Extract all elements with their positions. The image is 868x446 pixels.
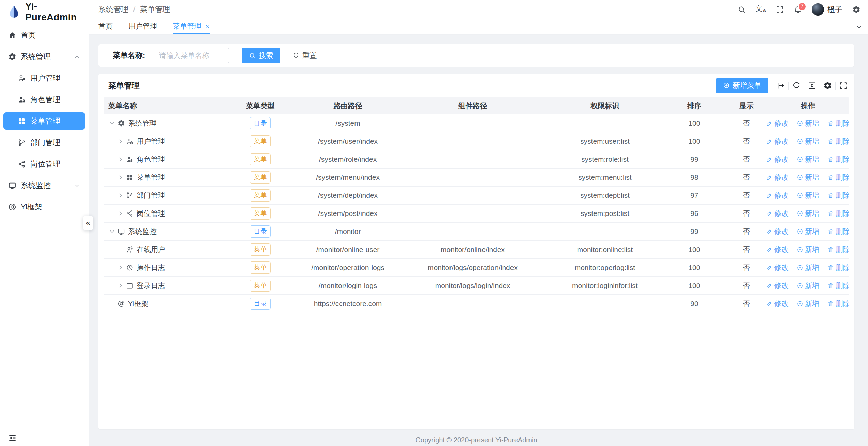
add-link[interactable]: 新增 (796, 209, 819, 218)
row-expand-icon[interactable] (117, 138, 124, 145)
add-link[interactable]: 新增 (796, 191, 819, 200)
delete-link[interactable]: 删除 (827, 263, 849, 272)
delete-link[interactable]: 删除 (827, 245, 849, 254)
toolbar-divider (804, 82, 804, 90)
delete-link[interactable]: 删除 (827, 281, 849, 290)
delete-link[interactable]: 删除 (827, 209, 849, 218)
edit-link[interactable]: 修改 (767, 227, 789, 236)
edit-link[interactable]: 修改 (767, 263, 789, 272)
row-expand-icon[interactable] (117, 156, 124, 163)
sidebar-item-home[interactable]: 首页 (3, 27, 85, 44)
add-label: 新增 (805, 137, 819, 146)
tabs-dropdown-button[interactable] (850, 19, 868, 34)
reset-button[interactable]: 重置 (286, 48, 323, 63)
notification-bell-icon[interactable]: 7 (794, 5, 802, 14)
sidebar-item-system-management[interactable]: 系统管理 (3, 48, 85, 65)
sidebar-item-dept-management[interactable]: 部门管理 (3, 134, 85, 151)
add-link[interactable]: 新增 (796, 281, 819, 290)
sidebar-item-yi-framework[interactable]: Yi框架 (3, 198, 85, 216)
trash-icon (827, 192, 834, 199)
toolbar-divider (835, 82, 836, 90)
collapse-sidebar-icon[interactable] (8, 434, 17, 442)
delete-link[interactable]: 删除 (827, 155, 849, 164)
delete-link[interactable]: 删除 (827, 173, 849, 182)
user-menu[interactable]: 橙子 (812, 3, 842, 16)
breadcrumb-separator: / (133, 5, 135, 14)
export-icon[interactable] (776, 81, 785, 90)
delete-link[interactable]: 删除 (827, 118, 849, 128)
add-link[interactable]: 新增 (796, 137, 819, 146)
permission-cell: system:menu:list (547, 173, 663, 181)
row-expand-icon[interactable] (117, 192, 124, 199)
at-icon (117, 300, 125, 307)
row-expand-icon[interactable] (108, 120, 116, 127)
add-label: 新增 (805, 245, 819, 254)
breadcrumb-item[interactable]: 菜单管理 (140, 4, 170, 15)
menu-name-input[interactable] (154, 48, 229, 63)
edit-link[interactable]: 修改 (767, 209, 789, 218)
table-row-online-user: 在线用户 菜单 /monitor/online-user monitor/onl… (104, 241, 849, 259)
trash-icon (827, 138, 834, 145)
logo[interactable]: Yi-PureAdmin (0, 0, 89, 22)
row-density-icon[interactable] (808, 81, 816, 90)
add-link[interactable]: 新增 (796, 173, 819, 182)
menu-type-cell: 目录 (223, 225, 298, 238)
translate-icon[interactable]: 文A (756, 5, 766, 14)
edit-link[interactable]: 修改 (767, 299, 789, 308)
edit-link[interactable]: 修改 (767, 281, 789, 290)
edit-link[interactable]: 修改 (767, 155, 789, 164)
tab-home[interactable]: 首页 (98, 19, 113, 34)
sidebar-item-user-management[interactable]: 用户管理 (3, 69, 85, 87)
close-icon[interactable] (204, 23, 210, 29)
breadcrumb-item[interactable]: 系统管理 (98, 4, 128, 15)
edit-link[interactable]: 修改 (767, 118, 789, 128)
add-link[interactable]: 新增 (796, 155, 819, 164)
row-expand-icon[interactable] (117, 210, 124, 217)
refresh-icon[interactable] (792, 81, 801, 90)
sidebar-item-menu-management[interactable]: 菜单管理 (3, 112, 85, 130)
delete-link[interactable]: 删除 (827, 227, 849, 236)
table-fullscreen-icon[interactable] (839, 81, 848, 90)
sort-cell: 100 (663, 282, 726, 290)
delete-link[interactable]: 删除 (827, 191, 849, 200)
chevron-down-icon (74, 182, 80, 189)
edit-label: 修改 (774, 227, 789, 236)
fullscreen-icon[interactable] (776, 5, 784, 14)
add-menu-button[interactable]: 新增菜单 (716, 78, 768, 93)
row-expand-icon[interactable] (117, 264, 124, 271)
actions-cell: 修改 新增 删除 (767, 281, 849, 290)
grid-icon (126, 174, 133, 181)
menu-name-cell: Yi框架 (104, 299, 223, 308)
tab-menu[interactable]: 菜单管理 (173, 19, 210, 34)
add-link[interactable]: 新增 (796, 263, 819, 272)
sidebar-item-system-monitor[interactable]: 系统监控 (3, 177, 85, 194)
delete-link[interactable]: 删除 (827, 137, 849, 146)
panel-collapse-button[interactable]: « (83, 216, 93, 230)
edit-link[interactable]: 修改 (767, 191, 789, 200)
row-expand-icon[interactable] (108, 228, 116, 235)
route-path-cell: /monitor/login-logs (298, 282, 398, 290)
column-settings-gear-icon[interactable] (823, 81, 832, 90)
search-button[interactable]: 搜索 (242, 48, 280, 63)
search-icon[interactable] (738, 5, 746, 14)
edit-link[interactable]: 修改 (767, 245, 789, 254)
add-link[interactable]: 新增 (796, 227, 819, 236)
row-expand-icon[interactable] (117, 282, 124, 289)
tab-user[interactable]: 用户管理 (128, 19, 157, 34)
settings-gear-icon[interactable] (852, 5, 861, 14)
sidebar-item-post-management[interactable]: 岗位管理 (3, 155, 85, 173)
add-link[interactable]: 新增 (796, 118, 819, 128)
edit-pencil-icon (767, 174, 773, 181)
row-expand-icon[interactable] (117, 174, 124, 181)
sidebar-item-role-management[interactable]: 角色管理 (3, 91, 85, 108)
add-link[interactable]: 新增 (796, 299, 819, 308)
edit-link[interactable]: 修改 (767, 173, 789, 182)
delete-link[interactable]: 删除 (827, 299, 849, 308)
table-row-user: 用户管理 菜单 /system/user/index system:user:l… (104, 132, 849, 150)
actions-cell: 修改 新增 删除 (767, 173, 849, 182)
permission-cell: monitor:operlog:list (547, 264, 663, 272)
add-link[interactable]: 新增 (796, 245, 819, 254)
sort-cell: 99 (663, 155, 726, 163)
edit-link[interactable]: 修改 (767, 137, 789, 146)
trash-icon (827, 120, 834, 127)
